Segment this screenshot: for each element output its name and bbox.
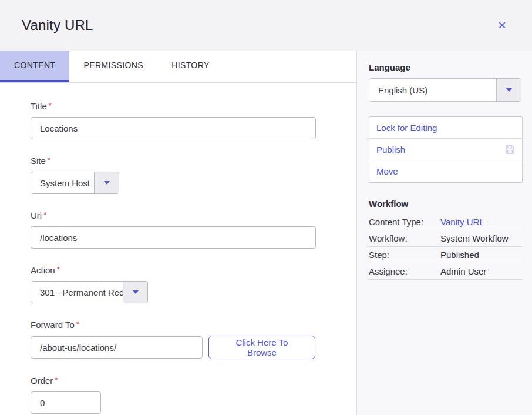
site-label: Site* xyxy=(31,156,315,166)
action-label-text: Action xyxy=(31,265,55,275)
workflow-row-label: Content Type: xyxy=(369,217,440,227)
tab-content[interactable]: CONTENT xyxy=(0,51,69,82)
forward-to-label-text: Forward To xyxy=(31,320,75,330)
tab-history[interactable]: HISTORY xyxy=(157,51,224,82)
tab-bar: CONTENT PERMISSIONS HISTORY xyxy=(0,51,356,83)
uri-label-text: Uri xyxy=(31,210,42,220)
field-title: Title* xyxy=(31,101,315,139)
workflow-row-assignee: Assignee: Admin User xyxy=(369,263,523,280)
workflow-table: Content Type: Vanity URL Workflow: Syste… xyxy=(369,214,523,280)
required-marker: * xyxy=(48,156,50,165)
order-label: Order* xyxy=(31,376,315,386)
forward-to-input[interactable] xyxy=(31,336,203,359)
workflow-row-value: Admin User xyxy=(440,266,486,276)
forward-to-row: Click Here To Browse xyxy=(31,336,315,359)
field-site: Site* System Host xyxy=(31,156,315,194)
tab-permissions[interactable]: PERMISSIONS xyxy=(69,51,157,82)
action-label: Move xyxy=(376,166,398,176)
action-dropdown-value: 301 - Permanent Redirect xyxy=(31,282,123,303)
uri-label: Uri* xyxy=(31,210,315,220)
workflow-row-step: Step: Published xyxy=(369,247,523,263)
field-forward-to: Forward To* Click Here To Browse xyxy=(31,320,315,359)
action-label: Lock for Editing xyxy=(376,123,437,133)
site-dropdown-value: System Host xyxy=(31,172,94,193)
action-publish[interactable]: Publish xyxy=(369,139,522,160)
workflow-title: Workflow xyxy=(369,199,523,209)
field-action: Action* 301 - Permanent Redirect xyxy=(31,265,315,303)
action-dropdown-button[interactable] xyxy=(123,282,147,303)
dialog-body: CONTENT PERMISSIONS HISTORY Title* Site*… xyxy=(0,51,532,415)
action-label: Action* xyxy=(31,265,315,275)
action-move[interactable]: Move xyxy=(369,160,522,182)
workflow-row-label: Step: xyxy=(369,250,440,260)
field-uri: Uri* xyxy=(31,210,315,249)
chevron-down-icon xyxy=(133,290,139,294)
forward-to-label: Forward To* xyxy=(31,320,315,330)
chevron-down-icon xyxy=(506,88,512,92)
required-marker: * xyxy=(76,320,79,329)
workflow-row-value: System Workflow xyxy=(440,233,509,243)
required-marker: * xyxy=(55,376,58,384)
required-marker: * xyxy=(43,210,46,219)
workflow-row-label: Workflow: xyxy=(369,233,440,243)
site-label-text: Site xyxy=(31,156,46,166)
language-dropdown[interactable]: English (US) xyxy=(369,78,521,102)
language-label: Language xyxy=(369,62,523,72)
language-dropdown-button[interactable] xyxy=(496,79,521,101)
dialog-header: Vanity URL × xyxy=(0,0,532,51)
action-dropdown[interactable]: 301 - Permanent Redirect xyxy=(31,281,148,303)
workflow-row-label: Assignee: xyxy=(369,266,440,276)
uri-input[interactable] xyxy=(31,226,316,249)
workflow-row-workflow: Workflow: System Workflow xyxy=(369,230,523,247)
order-input[interactable] xyxy=(31,391,101,414)
save-icon xyxy=(505,145,515,155)
workflow-row-content-type: Content Type: Vanity URL xyxy=(369,214,523,230)
content-form: Title* Site* System Host Uri* Action* xyxy=(0,83,356,415)
language-dropdown-value: English (US) xyxy=(369,79,496,101)
workflow-action-list: Lock for Editing Publish Move xyxy=(369,116,523,183)
action-label: Publish xyxy=(376,145,405,155)
main-panel: CONTENT PERMISSIONS HISTORY Title* Site*… xyxy=(0,51,357,415)
required-marker: * xyxy=(49,101,52,110)
title-input[interactable] xyxy=(31,117,316,139)
close-icon[interactable]: × xyxy=(498,18,506,32)
action-lock-for-editing[interactable]: Lock for Editing xyxy=(369,117,522,139)
title-label: Title* xyxy=(31,101,315,111)
chevron-down-icon xyxy=(104,181,110,185)
site-dropdown-button[interactable] xyxy=(94,172,119,193)
field-order: Order* xyxy=(31,376,315,414)
dialog-title: Vanity URL xyxy=(22,17,93,34)
order-label-text: Order xyxy=(31,376,53,386)
title-label-text: Title xyxy=(31,101,47,111)
vanity-url-dialog: Vanity URL × CONTENT PERMISSIONS HISTORY… xyxy=(0,0,532,415)
workflow-row-value: Published xyxy=(440,250,479,260)
browse-button[interactable]: Click Here To Browse xyxy=(208,336,315,359)
required-marker: * xyxy=(57,265,60,274)
content-type-link[interactable]: Vanity URL xyxy=(440,217,484,227)
site-dropdown[interactable]: System Host xyxy=(31,172,119,194)
side-panel: Language English (US) Lock for Editing P… xyxy=(357,51,532,415)
